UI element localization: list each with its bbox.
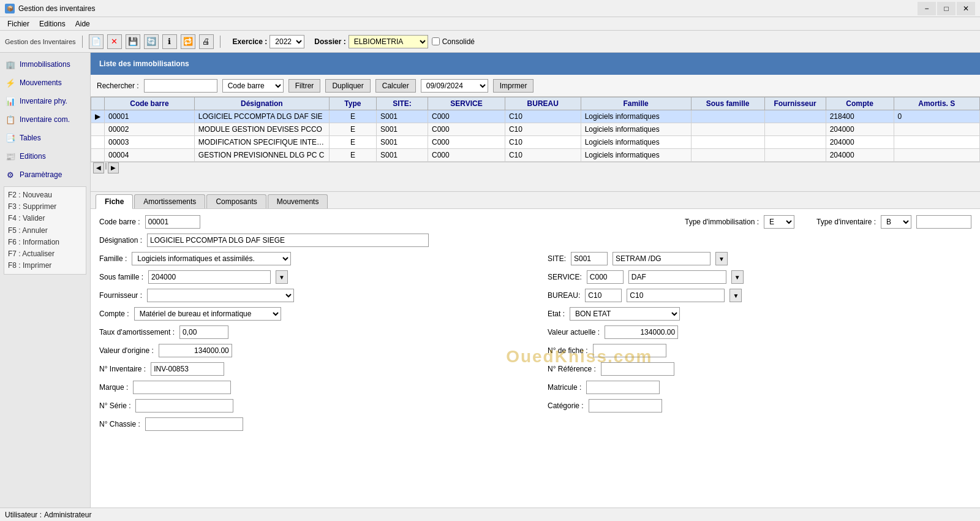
close-button[interactable]: ✕ bbox=[957, 2, 975, 15]
search-type-select[interactable]: Code barre Désignation N° Inventaire bbox=[222, 79, 284, 93]
scroll-right-btn[interactable]: ▶ bbox=[108, 162, 119, 173]
col-famille[interactable]: Famille bbox=[581, 97, 691, 110]
chart-icon: 📊 bbox=[5, 96, 16, 107]
col-bureau[interactable]: BUREAU bbox=[505, 97, 581, 110]
tab-amortissements[interactable]: Amortissements bbox=[134, 194, 205, 208]
col-site[interactable]: SITE: bbox=[377, 97, 428, 110]
dossier-label: Dossier : bbox=[314, 37, 345, 46]
marque-input[interactable] bbox=[133, 381, 231, 394]
col-amortis[interactable]: Amortis. S bbox=[894, 97, 979, 110]
sidebar-item-mouvements[interactable]: ⚡ Mouvements bbox=[0, 74, 90, 92]
taux-input[interactable] bbox=[179, 325, 228, 339]
filtrer-button[interactable]: Filtrer bbox=[288, 79, 321, 93]
consolidate-checkbox[interactable] bbox=[432, 37, 440, 45]
table-row[interactable]: 00003 MODIFICATION SPECIFIQUE INTEGE E S… bbox=[91, 136, 980, 149]
tab-composants[interactable]: Composants bbox=[206, 194, 266, 208]
sidebar-item-parametrage[interactable]: ⚙ Paramètrage bbox=[0, 165, 90, 184]
col-designation[interactable]: Désignation bbox=[194, 97, 329, 110]
toolbar-print-btn[interactable]: 🖨 bbox=[199, 34, 214, 49]
shortcut-f4: F4 : Valider bbox=[8, 213, 82, 224]
col-type[interactable]: Type bbox=[329, 97, 376, 110]
col-sous-famille[interactable]: Sous famille bbox=[691, 97, 764, 110]
imprimer-button[interactable]: Imprmer bbox=[493, 79, 534, 93]
toolbar-new-btn[interactable]: 📄 bbox=[89, 34, 104, 49]
col-code-barre[interactable]: Code barre bbox=[105, 97, 195, 110]
cell-bureau: C10 bbox=[505, 123, 581, 136]
shortcut-f8: F8 : Imprimer bbox=[8, 260, 82, 272]
compte-select[interactable]: Matériel de bureau et informatique bbox=[134, 307, 281, 321]
immobilisations-table-container[interactable]: Code barre Désignation Type SITE: SERVIC… bbox=[91, 97, 980, 192]
toolbar-refresh-btn[interactable]: 🔄 bbox=[144, 34, 159, 49]
service-btn[interactable]: ▼ bbox=[731, 270, 744, 284]
sidebar-item-tables[interactable]: 📑 Tables bbox=[0, 129, 90, 147]
table-row[interactable]: ▶ 00001 LOGICIEL PCCOMPTA DLG DAF SIE E … bbox=[91, 110, 980, 123]
matricule-input[interactable] bbox=[586, 381, 660, 394]
sous-famille-btn[interactable]: ▼ bbox=[276, 270, 288, 284]
sidebar-item-editions[interactable]: 📰 Editions bbox=[0, 147, 90, 165]
sous-famille-input[interactable] bbox=[148, 270, 271, 284]
cell-compte: 218400 bbox=[826, 110, 894, 123]
col-fournisseur[interactable]: Fournisseur bbox=[764, 97, 826, 110]
type-inventaire-extra[interactable] bbox=[916, 215, 971, 229]
toolbar-delete-btn[interactable]: ✕ bbox=[107, 34, 122, 49]
tab-fiche[interactable]: Fiche bbox=[96, 194, 133, 209]
toolbar-save-btn[interactable]: 💾 bbox=[126, 34, 140, 49]
fournisseur-select[interactable] bbox=[147, 289, 294, 302]
categorie-input[interactable] bbox=[589, 399, 662, 413]
service-code-input[interactable] bbox=[587, 270, 624, 284]
bureau-code-input[interactable] bbox=[585, 289, 622, 302]
bureau-name-input[interactable] bbox=[627, 289, 725, 302]
table-row[interactable]: 00002 MODULE GESTION DEVISES PCCO E S001… bbox=[91, 123, 980, 136]
date-select[interactable]: 09/09/2024 bbox=[421, 79, 488, 93]
search-input[interactable] bbox=[144, 79, 217, 93]
sidebar-item-inventaire-phy[interactable]: 📊 Inventaire phy. bbox=[0, 92, 90, 110]
type-immobilisation-select[interactable]: EIB bbox=[764, 215, 794, 229]
n-inventaire-input[interactable] bbox=[151, 362, 224, 376]
form-row-designation: Désignation : bbox=[99, 234, 971, 247]
calculer-button[interactable]: Calculer bbox=[375, 79, 416, 93]
sidebar-label-inventaire-com: Inventaire com. bbox=[20, 115, 70, 124]
menu-aide[interactable]: Aide bbox=[70, 18, 95, 29]
n-chassie-label: N° Chassie : bbox=[99, 420, 140, 428]
type-inventaire-select[interactable]: BAC bbox=[881, 215, 911, 229]
n-reference-label: N° Référence : bbox=[548, 365, 596, 373]
n-reference-input[interactable] bbox=[601, 362, 674, 376]
cell-code-barre: 00002 bbox=[105, 123, 195, 136]
famille-select[interactable]: Logiciels informatiques et assimilés. bbox=[132, 252, 291, 265]
valeur-origine-input[interactable] bbox=[159, 344, 232, 357]
site-btn[interactable]: ▼ bbox=[715, 252, 728, 265]
designation-input[interactable] bbox=[147, 234, 429, 247]
row-indicator: ▶ bbox=[91, 110, 105, 123]
valeur-actuelle-input[interactable] bbox=[605, 325, 678, 339]
toolbar-info-btn[interactable]: ℹ bbox=[162, 34, 177, 49]
code-barre-input[interactable] bbox=[145, 215, 200, 229]
toolbar-sync-btn[interactable]: 🔁 bbox=[181, 34, 195, 49]
h-scrollbar[interactable] bbox=[105, 162, 107, 170]
bureau-btn[interactable]: ▼ bbox=[729, 289, 742, 302]
sidebar-item-inventaire-com[interactable]: 📋 Inventaire com. bbox=[0, 110, 90, 129]
tab-mouvements[interactable]: Mouvements bbox=[268, 194, 328, 208]
exercice-select[interactable]: 2022 2021 2023 bbox=[270, 35, 304, 48]
cell-fournisseur bbox=[764, 123, 826, 136]
etat-select[interactable]: BON ETAT MAUVAIS ETAT HORS SERVICE bbox=[570, 307, 680, 321]
sidebar-label-inventaire-phy: Inventaire phy. bbox=[20, 97, 67, 105]
minimize-button[interactable]: − bbox=[918, 2, 936, 15]
table-row[interactable]: 00004 GESTION PREVISIONNEL DLG PC C E S0… bbox=[91, 149, 980, 162]
site-code-input[interactable] bbox=[571, 252, 608, 265]
col-compte[interactable]: Compte bbox=[826, 97, 894, 110]
service-name-input[interactable] bbox=[628, 270, 726, 284]
menu-fichier[interactable]: Fichier bbox=[2, 18, 34, 29]
shortcut-f7: F7 : Actualiser bbox=[8, 248, 82, 260]
dossier-select[interactable]: ELBIOMETRIA bbox=[349, 35, 428, 48]
col-service[interactable]: SERVICE bbox=[428, 97, 505, 110]
menu-editions[interactable]: Editions bbox=[34, 18, 70, 29]
site-name-input[interactable] bbox=[612, 252, 710, 265]
sidebar-item-immobilisations[interactable]: 🏢 Immobilisations bbox=[0, 55, 90, 74]
n-chassie-input[interactable] bbox=[145, 417, 243, 431]
row-indicator bbox=[91, 136, 105, 149]
dupliquer-button[interactable]: Dupliquer bbox=[325, 79, 370, 93]
maximize-button[interactable]: □ bbox=[937, 2, 956, 15]
n-fiche-input[interactable] bbox=[593, 344, 666, 357]
scroll-left-btn[interactable]: ◀ bbox=[93, 162, 104, 173]
n-serie-input[interactable] bbox=[135, 399, 233, 413]
